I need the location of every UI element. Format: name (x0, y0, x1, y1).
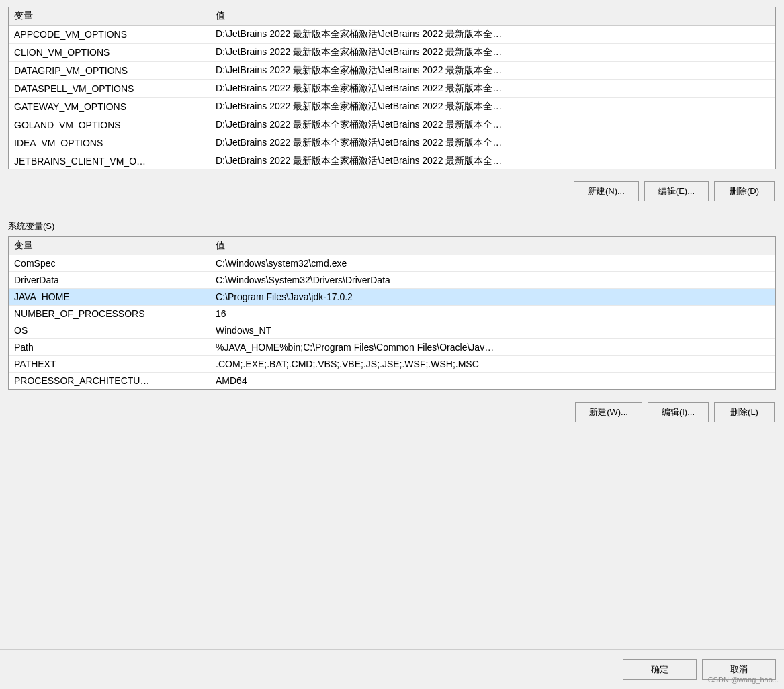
user-vars-edit-button[interactable]: 编辑(E)... (644, 181, 709, 201)
sys-vars-body: ComSpecC:\Windows\system32\cmd.exeDriver… (9, 255, 775, 389)
var-cell: PATHEXT (9, 356, 210, 373)
val-cell: C:\Windows\system32\cmd.exe (210, 255, 775, 272)
table-row[interactable]: Path%JAVA_HOME%bin;C:\Program Files\Comm… (9, 339, 775, 356)
var-cell: APPCODE_VM_OPTIONS (9, 26, 210, 44)
var-cell: Path (9, 339, 210, 356)
table-row[interactable]: IDEA_VM_OPTIONSD:\JetBrains 2022 最新版本全家桶… (9, 134, 775, 152)
val-cell: 16 (210, 306, 775, 322)
val-cell: D:\JetBrains 2022 最新版本全家桶激活\JetBrains 20… (210, 80, 775, 98)
val-cell: C:\Program Files\Java\jdk-17.0.2 (210, 289, 775, 306)
bottom-area: 确定 取消 (0, 649, 784, 689)
var-cell: DATASPELL_VM_OPTIONS (9, 80, 210, 98)
table-row[interactable]: GATEWAY_VM_OPTIONSD:\JetBrains 2022 最新版本… (9, 98, 775, 116)
table-row[interactable]: PATHEXT.COM;.EXE;.BAT;.CMD;.VBS;.VBE;.JS… (9, 356, 775, 373)
table-row[interactable]: DATASPELL_VM_OPTIONSD:\JetBrains 2022 最新… (9, 80, 775, 98)
sys-vars-delete-button[interactable]: 删除(L) (714, 402, 775, 422)
table-row[interactable]: NUMBER_OF_PROCESSORS16 (9, 306, 775, 322)
var-cell: NUMBER_OF_PROCESSORS (9, 306, 210, 322)
var-cell: GOLAND_VM_OPTIONS (9, 116, 210, 134)
val-cell: %JAVA_HOME%bin;C:\Program Files\Common F… (210, 339, 775, 356)
var-cell: IDEA_VM_OPTIONS (9, 134, 210, 152)
var-cell: DriverData (9, 272, 210, 289)
user-vars-delete-button[interactable]: 删除(D) (714, 181, 775, 201)
var-cell: GATEWAY_VM_OPTIONS (9, 98, 210, 116)
user-vars-col-var: 变量 (9, 7, 210, 26)
user-vars-table: 变量 值 APPCODE_VM_OPTIONSD:\JetBrains 2022… (9, 7, 775, 169)
sys-vars-table-scroll[interactable]: 变量 值 ComSpecC:\Windows\system32\cmd.exeD… (9, 237, 775, 389)
user-vars-body: APPCODE_VM_OPTIONSD:\JetBrains 2022 最新版本… (9, 26, 775, 169)
table-row[interactable]: DriverDataC:\Windows\System32\Drivers\Dr… (9, 272, 775, 289)
val-cell: AMD64 (210, 373, 775, 389)
sys-vars-title-text: 系统变量(S) (8, 221, 54, 231)
var-cell: DATAGRIP_VM_OPTIONS (9, 62, 210, 80)
user-vars-section: 变量 值 APPCODE_VM_OPTIONSD:\JetBrains 2022… (0, 0, 784, 175)
table-row[interactable]: JETBRAINS_CLIENT_VM_O…D:\JetBrains 2022 … (9, 152, 775, 169)
user-vars-button-row: 新建(N)... 编辑(E)... 删除(D) (0, 175, 784, 208)
section-divider (0, 208, 784, 216)
val-cell: D:\JetBrains 2022 最新版本全家桶激活\JetBrains 20… (210, 98, 775, 116)
user-vars-table-container: 变量 值 APPCODE_VM_OPTIONSD:\JetBrains 2022… (8, 7, 776, 169)
sys-vars-section-title: 系统变量(S) (0, 216, 784, 235)
var-cell: CLION_VM_OPTIONS (9, 44, 210, 62)
val-cell: D:\JetBrains 2022 最新版本全家桶激活\JetBrains 20… (210, 152, 775, 169)
table-row[interactable]: APPCODE_VM_OPTIONSD:\JetBrains 2022 最新版本… (9, 26, 775, 44)
var-cell: ComSpec (9, 255, 210, 272)
table-row[interactable]: JAVA_HOMEC:\Program Files\Java\jdk-17.0.… (9, 289, 775, 306)
val-cell: .COM;.EXE;.BAT;.CMD;.VBS;.VBE;.JS;.JSE;.… (210, 356, 775, 373)
table-row[interactable]: GOLAND_VM_OPTIONSD:\JetBrains 2022 最新版本全… (9, 116, 775, 134)
var-cell: OS (9, 322, 210, 339)
val-cell: D:\JetBrains 2022 最新版本全家桶激活\JetBrains 20… (210, 26, 775, 44)
table-row[interactable]: PROCESSOR_ARCHITECTU…AMD64 (9, 373, 775, 389)
sys-vars-new-button[interactable]: 新建(W)... (575, 402, 642, 422)
val-cell: D:\JetBrains 2022 最新版本全家桶激活\JetBrains 20… (210, 116, 775, 134)
sys-vars-table-container: 变量 值 ComSpecC:\Windows\system32\cmd.exeD… (8, 236, 776, 390)
sys-vars-edit-button[interactable]: 编辑(I)... (648, 402, 709, 422)
table-row[interactable]: CLION_VM_OPTIONSD:\JetBrains 2022 最新版本全家… (9, 44, 775, 62)
var-cell: JETBRAINS_CLIENT_VM_O… (9, 152, 210, 169)
val-cell: D:\JetBrains 2022 最新版本全家桶激活\JetBrains 20… (210, 134, 775, 152)
val-cell: D:\JetBrains 2022 最新版本全家桶激活\JetBrains 20… (210, 62, 775, 80)
sys-vars-button-row: 新建(W)... 编辑(I)... 删除(L) (0, 396, 784, 429)
table-row[interactable]: DATAGRIP_VM_OPTIONSD:\JetBrains 2022 最新版… (9, 62, 775, 80)
ok-button[interactable]: 确定 (623, 659, 697, 680)
val-cell: D:\JetBrains 2022 最新版本全家桶激活\JetBrains 20… (210, 44, 775, 62)
val-cell: C:\Windows\System32\Drivers\DriverData (210, 272, 775, 289)
sys-vars-col-val: 值 (210, 237, 775, 255)
sys-vars-table: 变量 值 ComSpecC:\Windows\system32\cmd.exeD… (9, 237, 775, 389)
sys-vars-col-var: 变量 (9, 237, 210, 255)
watermark: CSDN @wang_hao... (708, 676, 779, 684)
var-cell: JAVA_HOME (9, 289, 210, 306)
main-container: 变量 值 APPCODE_VM_OPTIONSD:\JetBrains 2022… (0, 0, 784, 689)
var-cell: PROCESSOR_ARCHITECTU… (9, 373, 210, 389)
user-vars-new-button[interactable]: 新建(N)... (574, 181, 639, 201)
user-vars-col-val: 值 (210, 7, 775, 26)
table-row[interactable]: OSWindows_NT (9, 322, 775, 339)
user-vars-table-scroll[interactable]: 变量 值 APPCODE_VM_OPTIONSD:\JetBrains 2022… (9, 7, 775, 169)
val-cell: Windows_NT (210, 322, 775, 339)
table-row[interactable]: ComSpecC:\Windows\system32\cmd.exe (9, 255, 775, 272)
sys-vars-section: 变量 值 ComSpecC:\Windows\system32\cmd.exeD… (0, 235, 784, 396)
